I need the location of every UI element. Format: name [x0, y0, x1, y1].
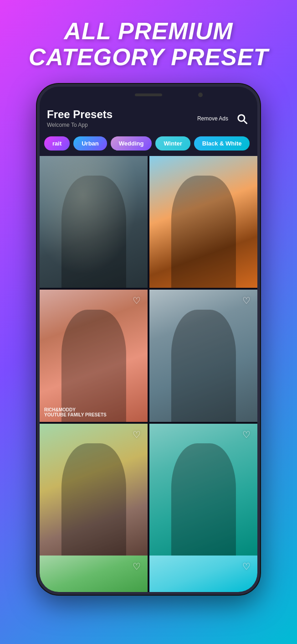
category-scroll: rait Urban Wedding Winter Black & White — [40, 133, 257, 156]
heart-icon-8: ♡ — [242, 561, 251, 572]
heart-button-5[interactable]: ♡ — [130, 428, 143, 441]
phone-camera — [198, 93, 203, 97]
grid-item-4[interactable]: ♡ — [149, 290, 257, 422]
remove-ads-button[interactable]: Remove Ads — [197, 115, 228, 122]
grid-item-3[interactable]: ♡ RICH&MODDYYOUTUBE FAMILY PRESETS — [40, 290, 148, 422]
bottom-row: ♡ ♡ — [40, 556, 257, 592]
heart-icon-6: ♡ — [242, 429, 251, 440]
hero-line2: CATEGORY PRESET — [29, 44, 268, 70]
heart-icon-7: ♡ — [133, 561, 141, 572]
header-left: Free Presets Welcome To App — [47, 109, 113, 128]
category-pill-portrait[interactable]: rait — [44, 136, 70, 151]
heart-button-7[interactable]: ♡ — [130, 560, 143, 573]
app-title: Free Presets — [47, 109, 113, 120]
grid-item-5[interactable]: ♡ — [40, 424, 148, 556]
grid-item-8[interactable]: ♡ — [149, 556, 257, 592]
hero-line1: ALL PREMIUM — [64, 18, 233, 44]
category-pill-blackwhite[interactable]: Black & White — [194, 136, 250, 151]
phone-frame: Free Presets Welcome To App Remove Ads r… — [37, 84, 260, 595]
app-subtitle: Welcome To App — [47, 122, 113, 128]
search-icon — [236, 112, 248, 125]
header-right: Remove Ads — [197, 110, 250, 127]
heart-icon-5: ♡ — [133, 429, 141, 440]
search-button[interactable] — [234, 110, 250, 127]
heart-button-8[interactable]: ♡ — [240, 560, 253, 573]
heart-icon-3: ♡ — [133, 295, 141, 306]
person-silhouette-2 — [171, 176, 236, 288]
grid-item-1[interactable] — [40, 156, 148, 288]
person-silhouette-1 — [61, 176, 126, 288]
image-grid: ♡ RICH&MODDYYOUTUBE FAMILY PRESETS ♡ ♡ ♡ — [40, 156, 257, 556]
category-pill-urban[interactable]: Urban — [73, 136, 107, 151]
heart-icon-4: ♡ — [242, 295, 251, 306]
phone-speaker — [135, 93, 162, 96]
person-silhouette-3 — [61, 310, 126, 422]
app-header: Free Presets Welcome To App Remove Ads — [40, 103, 257, 132]
category-pill-winter[interactable]: Winter — [155, 136, 190, 151]
heart-button-3[interactable]: ♡ — [130, 294, 143, 307]
photo-label-3: RICH&MODDYYOUTUBE FAMILY PRESETS — [44, 407, 107, 417]
heart-button-6[interactable]: ♡ — [240, 428, 253, 441]
grid-item-2[interactable] — [149, 156, 257, 288]
person-silhouette-4 — [171, 310, 236, 422]
hero-text: ALL PREMIUM CATEGORY PRESET — [20, 0, 277, 84]
heart-button-4[interactable]: ♡ — [240, 294, 253, 307]
phone-notch — [40, 87, 257, 103]
person-silhouette-5 — [61, 443, 126, 556]
category-pill-wedding[interactable]: Wedding — [111, 136, 152, 151]
person-silhouette-6 — [171, 443, 236, 556]
grid-item-7[interactable]: ♡ — [40, 556, 148, 592]
grid-item-6[interactable]: ♡ — [149, 424, 257, 556]
